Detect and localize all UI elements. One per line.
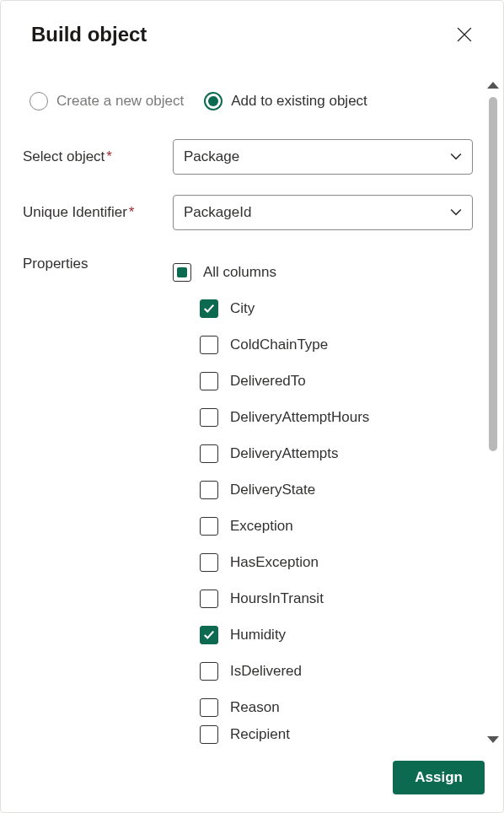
checkbox-label: All columns	[203, 264, 276, 281]
unique-identifier-dropdown[interactable]: PackageId	[173, 195, 473, 230]
checkbox-label: Humidity	[230, 627, 286, 643]
checkbox-item[interactable]: Exception	[200, 508, 486, 544]
checkbox-label: Recipient	[230, 726, 290, 743]
checkbox-item[interactable]: HoursInTransit	[200, 580, 486, 616]
checkbox-unchecked-icon	[200, 662, 218, 681]
select-value: Package	[184, 148, 239, 165]
checkbox-unchecked-icon	[200, 408, 218, 427]
checkbox-label: DeliveryState	[230, 482, 315, 498]
checkbox-unchecked-icon	[200, 698, 218, 717]
checkbox-label: Reason	[230, 699, 280, 716]
mode-radio-group: Create a new object Add to existing obje…	[29, 92, 486, 110]
properties-label: Properties	[23, 254, 173, 272]
build-object-panel: Build object Create a new object Add to …	[0, 0, 504, 813]
panel-header: Build object	[1, 1, 503, 57]
properties-list: All columns CityColdChainTypeDeliveredTo…	[173, 254, 486, 744]
checkbox-unchecked-icon	[200, 590, 218, 608]
checkbox-label: HasException	[230, 554, 319, 571]
required-asterisk: *	[129, 204, 135, 220]
checkbox-item[interactable]: IsDelivered	[200, 653, 486, 689]
select-object-dropdown[interactable]: Package	[173, 139, 473, 175]
checkbox-label: ColdChainType	[230, 337, 328, 353]
select-value: PackageId	[184, 204, 251, 221]
checkbox-unchecked-icon	[200, 372, 218, 390]
panel-body: Create a new object Add to existing obje…	[1, 75, 503, 743]
unique-identifier-field: Unique Identifier* PackageId	[23, 195, 486, 230]
checkbox-unchecked-icon	[200, 725, 218, 744]
checkbox-label: Exception	[230, 518, 293, 535]
checkbox-item[interactable]: DeliveredTo	[200, 363, 486, 399]
checkbox-label: IsDelivered	[230, 663, 302, 680]
properties-section: Properties All columns CityColdChainType…	[23, 254, 486, 744]
checkbox-label: HoursInTransit	[230, 590, 324, 607]
select-object-field: Select object* Package	[23, 139, 486, 175]
scrollbar[interactable]	[486, 82, 500, 743]
chevron-down-icon	[450, 207, 462, 218]
checkbox-unchecked-icon	[200, 444, 218, 463]
checkbox-item[interactable]: DeliveryState	[200, 471, 486, 508]
checkbox-label: DeliveryAttemptHours	[230, 409, 369, 426]
checkbox-item[interactable]: DeliveryAttemptHours	[200, 399, 486, 435]
field-label: Select object*	[23, 148, 173, 165]
checkbox-label: DeliveryAttempts	[230, 445, 338, 462]
scroll-up-icon[interactable]	[487, 82, 499, 89]
radio-add-existing[interactable]: Add to existing object	[204, 92, 367, 110]
checkbox-unchecked-icon	[200, 481, 218, 499]
page-title: Build object	[31, 23, 147, 46]
checkbox-unchecked-icon	[200, 336, 218, 354]
checkbox-unchecked-icon	[200, 553, 218, 572]
panel-footer: Assign	[1, 743, 503, 812]
radio-label: Create a new object	[56, 93, 184, 110]
assign-button[interactable]: Assign	[393, 761, 485, 794]
checkbox-item[interactable]: ColdChainType	[200, 326, 486, 363]
checkbox-item[interactable]: Recipient	[200, 725, 486, 744]
field-label: Unique Identifier*	[23, 204, 173, 221]
checkbox-item[interactable]: City	[200, 290, 486, 326]
checkbox-unchecked-icon	[200, 517, 218, 536]
checkbox-checked-icon	[200, 299, 218, 318]
scroll-down-icon[interactable]	[487, 736, 499, 743]
checkbox-label: DeliveredTo	[230, 373, 306, 390]
chevron-down-icon	[450, 151, 462, 163]
radio-create-new[interactable]: Create a new object	[29, 92, 184, 110]
checkbox-item[interactable]: Humidity	[200, 616, 486, 653]
checkbox-label: City	[230, 300, 255, 317]
checkbox-item[interactable]: HasException	[200, 544, 486, 580]
radio-label: Add to existing object	[231, 93, 367, 110]
radio-icon	[204, 92, 223, 110]
close-icon	[457, 27, 472, 42]
close-button[interactable]	[451, 21, 478, 48]
scroll-thumb[interactable]	[489, 97, 497, 451]
required-asterisk: *	[106, 148, 112, 164]
checkbox-item[interactable]: DeliveryAttempts	[200, 435, 486, 471]
checkbox-checked-icon	[200, 626, 218, 644]
radio-icon	[29, 92, 48, 110]
checkbox-all-columns[interactable]: All columns	[173, 254, 486, 290]
checkbox-indeterminate-icon	[173, 263, 191, 282]
checkbox-item[interactable]: Reason	[200, 689, 486, 725]
